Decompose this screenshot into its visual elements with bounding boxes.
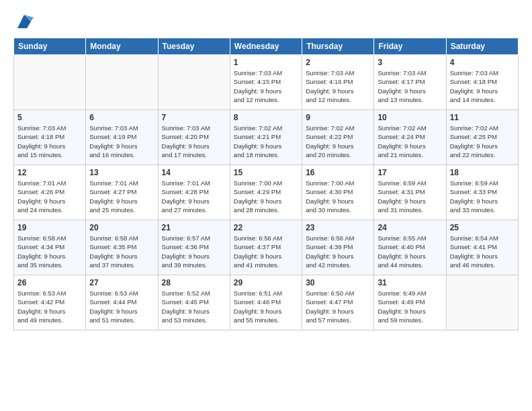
calendar-day-cell: 5Sunrise: 7:03 AM Sunset: 4:18 PM Daylig… bbox=[14, 110, 86, 165]
calendar-day-cell: 25Sunrise: 6:54 AM Sunset: 4:41 PM Dayli… bbox=[446, 220, 518, 275]
day-info: Sunrise: 7:01 AM Sunset: 4:27 PM Dayligh… bbox=[89, 179, 154, 214]
day-number: 13 bbox=[89, 168, 154, 177]
calendar-week-row: 1Sunrise: 7:03 AM Sunset: 4:15 PM Daylig… bbox=[14, 55, 519, 110]
day-info: Sunrise: 7:03 AM Sunset: 4:18 PM Dayligh… bbox=[17, 124, 82, 159]
calendar-day-cell: 4Sunrise: 7:03 AM Sunset: 4:18 PM Daylig… bbox=[446, 55, 518, 110]
day-info: Sunrise: 6:56 AM Sunset: 4:37 PM Dayligh… bbox=[234, 234, 298, 269]
day-info: Sunrise: 6:55 AM Sunset: 4:40 PM Dayligh… bbox=[378, 234, 442, 269]
calendar-week-row: 19Sunrise: 6:58 AM Sunset: 4:34 PM Dayli… bbox=[14, 220, 519, 275]
day-number: 29 bbox=[234, 278, 298, 287]
day-info: Sunrise: 6:58 AM Sunset: 4:35 PM Dayligh… bbox=[89, 234, 154, 269]
day-number: 28 bbox=[162, 278, 226, 287]
day-number: 27 bbox=[89, 278, 154, 287]
day-info: Sunrise: 6:52 AM Sunset: 4:45 PM Dayligh… bbox=[162, 289, 226, 324]
day-info: Sunrise: 6:54 AM Sunset: 4:41 PM Dayligh… bbox=[450, 234, 515, 269]
day-number: 23 bbox=[306, 223, 370, 232]
day-number: 22 bbox=[234, 223, 298, 232]
day-number: 15 bbox=[234, 168, 298, 177]
calendar-header-row: SundayMondayTuesdayWednesdayThursdayFrid… bbox=[14, 38, 519, 55]
calendar-day-cell: 20Sunrise: 6:58 AM Sunset: 4:35 PM Dayli… bbox=[86, 220, 158, 275]
calendar-day-cell: 12Sunrise: 7:01 AM Sunset: 4:26 PM Dayli… bbox=[14, 165, 86, 220]
calendar-day-cell bbox=[446, 275, 518, 330]
calendar-day-cell: 21Sunrise: 6:57 AM Sunset: 4:36 PM Dayli… bbox=[158, 220, 230, 275]
weekday-header: Wednesday bbox=[230, 38, 302, 55]
day-number: 30 bbox=[306, 278, 370, 287]
day-number: 4 bbox=[450, 58, 515, 67]
calendar-day-cell: 27Sunrise: 6:53 AM Sunset: 4:44 PM Dayli… bbox=[86, 275, 158, 330]
day-number: 3 bbox=[378, 58, 442, 67]
calendar-day-cell bbox=[86, 55, 158, 110]
day-info: Sunrise: 6:56 AM Sunset: 4:39 PM Dayligh… bbox=[306, 234, 370, 269]
weekday-header: Monday bbox=[86, 38, 158, 55]
logo bbox=[13, 12, 34, 31]
day-number: 24 bbox=[378, 223, 442, 232]
day-number: 19 bbox=[17, 223, 82, 232]
day-info: Sunrise: 7:00 AM Sunset: 4:29 PM Dayligh… bbox=[234, 179, 298, 214]
day-number: 11 bbox=[450, 113, 515, 122]
weekday-header: Thursday bbox=[302, 38, 374, 55]
calendar-day-cell: 31Sunrise: 6:49 AM Sunset: 4:49 PM Dayli… bbox=[374, 275, 446, 330]
day-info: Sunrise: 7:03 AM Sunset: 4:16 PM Dayligh… bbox=[306, 68, 370, 104]
calendar-day-cell: 13Sunrise: 7:01 AM Sunset: 4:27 PM Dayli… bbox=[86, 165, 158, 220]
day-info: Sunrise: 7:01 AM Sunset: 4:28 PM Dayligh… bbox=[162, 179, 226, 214]
calendar-day-cell: 29Sunrise: 6:51 AM Sunset: 4:46 PM Dayli… bbox=[230, 275, 302, 330]
day-info: Sunrise: 7:03 AM Sunset: 4:17 PM Dayligh… bbox=[378, 68, 442, 104]
day-info: Sunrise: 6:58 AM Sunset: 4:34 PM Dayligh… bbox=[17, 234, 82, 269]
calendar-day-cell: 15Sunrise: 7:00 AM Sunset: 4:29 PM Dayli… bbox=[230, 165, 302, 220]
day-number: 14 bbox=[162, 168, 226, 177]
calendar-day-cell: 23Sunrise: 6:56 AM Sunset: 4:39 PM Dayli… bbox=[302, 220, 374, 275]
calendar-day-cell: 6Sunrise: 7:03 AM Sunset: 4:19 PM Daylig… bbox=[86, 110, 158, 165]
calendar-day-cell: 22Sunrise: 6:56 AM Sunset: 4:37 PM Dayli… bbox=[230, 220, 302, 275]
day-number: 12 bbox=[17, 168, 82, 177]
weekday-header: Sunday bbox=[14, 38, 86, 55]
calendar-day-cell: 18Sunrise: 6:59 AM Sunset: 4:33 PM Dayli… bbox=[446, 165, 518, 220]
calendar-day-cell: 24Sunrise: 6:55 AM Sunset: 4:40 PM Dayli… bbox=[374, 220, 446, 275]
day-info: Sunrise: 6:57 AM Sunset: 4:36 PM Dayligh… bbox=[162, 234, 226, 269]
weekday-header: Tuesday bbox=[158, 38, 230, 55]
day-info: Sunrise: 7:03 AM Sunset: 4:15 PM Dayligh… bbox=[234, 68, 298, 104]
logo-icon bbox=[15, 12, 34, 31]
day-number: 1 bbox=[234, 58, 298, 67]
header bbox=[13, 12, 519, 31]
day-info: Sunrise: 6:53 AM Sunset: 4:44 PM Dayligh… bbox=[89, 289, 154, 324]
day-number: 17 bbox=[378, 168, 442, 177]
day-info: Sunrise: 7:03 AM Sunset: 4:18 PM Dayligh… bbox=[450, 68, 515, 104]
calendar-table: SundayMondayTuesdayWednesdayThursdayFrid… bbox=[13, 38, 519, 330]
day-number: 7 bbox=[162, 113, 226, 122]
day-number: 31 bbox=[378, 278, 442, 287]
calendar-day-cell: 2Sunrise: 7:03 AM Sunset: 4:16 PM Daylig… bbox=[302, 55, 374, 110]
calendar-day-cell: 10Sunrise: 7:02 AM Sunset: 4:24 PM Dayli… bbox=[374, 110, 446, 165]
day-info: Sunrise: 7:02 AM Sunset: 4:25 PM Dayligh… bbox=[450, 124, 515, 159]
calendar-day-cell bbox=[158, 55, 230, 110]
calendar-day-cell: 30Sunrise: 6:50 AM Sunset: 4:47 PM Dayli… bbox=[302, 275, 374, 330]
day-number: 9 bbox=[306, 113, 370, 122]
day-info: Sunrise: 6:51 AM Sunset: 4:46 PM Dayligh… bbox=[234, 289, 298, 324]
day-number: 25 bbox=[450, 223, 515, 232]
calendar-week-row: 5Sunrise: 7:03 AM Sunset: 4:18 PM Daylig… bbox=[14, 110, 519, 165]
calendar-day-cell: 26Sunrise: 6:53 AM Sunset: 4:42 PM Dayli… bbox=[14, 275, 86, 330]
day-number: 16 bbox=[306, 168, 370, 177]
weekday-header: Friday bbox=[374, 38, 446, 55]
calendar-day-cell: 7Sunrise: 7:03 AM Sunset: 4:20 PM Daylig… bbox=[158, 110, 230, 165]
day-info: Sunrise: 7:03 AM Sunset: 4:20 PM Dayligh… bbox=[162, 124, 226, 159]
calendar-week-row: 26Sunrise: 6:53 AM Sunset: 4:42 PM Dayli… bbox=[14, 275, 519, 330]
day-info: Sunrise: 7:02 AM Sunset: 4:24 PM Dayligh… bbox=[378, 124, 442, 159]
calendar-day-cell: 19Sunrise: 6:58 AM Sunset: 4:34 PM Dayli… bbox=[14, 220, 86, 275]
weekday-header: Saturday bbox=[446, 38, 518, 55]
calendar-day-cell: 17Sunrise: 6:59 AM Sunset: 4:31 PM Dayli… bbox=[374, 165, 446, 220]
day-number: 6 bbox=[89, 113, 154, 122]
day-number: 20 bbox=[89, 223, 154, 232]
day-number: 8 bbox=[234, 113, 298, 122]
day-info: Sunrise: 6:59 AM Sunset: 4:31 PM Dayligh… bbox=[378, 179, 442, 214]
calendar-day-cell: 28Sunrise: 6:52 AM Sunset: 4:45 PM Dayli… bbox=[158, 275, 230, 330]
calendar-day-cell: 14Sunrise: 7:01 AM Sunset: 4:28 PM Dayli… bbox=[158, 165, 230, 220]
day-info: Sunrise: 6:53 AM Sunset: 4:42 PM Dayligh… bbox=[17, 289, 82, 324]
day-info: Sunrise: 6:50 AM Sunset: 4:47 PM Dayligh… bbox=[306, 289, 370, 324]
day-info: Sunrise: 7:03 AM Sunset: 4:19 PM Dayligh… bbox=[89, 124, 154, 159]
day-number: 18 bbox=[450, 168, 515, 177]
day-number: 26 bbox=[17, 278, 82, 287]
day-number: 5 bbox=[17, 113, 82, 122]
day-number: 21 bbox=[162, 223, 226, 232]
day-info: Sunrise: 7:01 AM Sunset: 4:26 PM Dayligh… bbox=[17, 179, 82, 214]
day-info: Sunrise: 6:59 AM Sunset: 4:33 PM Dayligh… bbox=[450, 179, 515, 214]
